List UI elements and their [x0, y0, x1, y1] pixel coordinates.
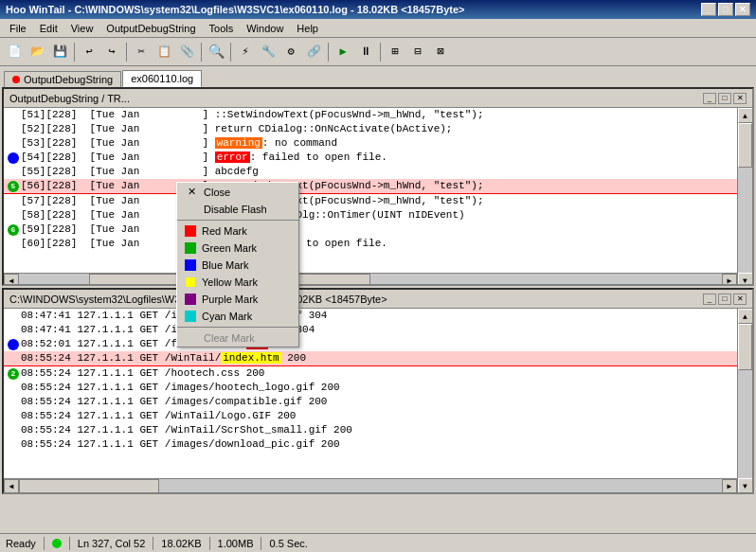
toolbar-extra-2[interactable]: ⊟	[407, 42, 428, 62]
menu-view[interactable]: View	[65, 22, 99, 35]
toolbar-sep-3	[201, 43, 202, 62]
lower-v-scrollbar[interactable]: ▲ ▼	[737, 309, 752, 493]
status-sep-1	[44, 537, 45, 550]
upper-log-content: [51][228] [Tue Jan ] ::SetWindowText(pFo…	[4, 108, 737, 286]
lower-h-scrollbar[interactable]: ◀ ▶	[4, 478, 737, 493]
upper-panel-maximize[interactable]: □	[718, 93, 731, 104]
toolbar-new[interactable]: 📄	[4, 42, 25, 62]
yellow-color-dot	[185, 276, 196, 288]
log-line: 08:55:24 127.1.1.1 GET /WinTail/ScrShot_…	[4, 423, 737, 437]
status-position: Ln 327, Col 52	[78, 538, 146, 549]
v-scroll-thumb[interactable]	[738, 123, 752, 168]
upper-h-scrollbar[interactable]: ◀ ▶	[4, 273, 737, 286]
toolbar-btn-c[interactable]: ⚙	[280, 42, 301, 62]
ctx-red-mark[interactable]: Red Mark	[177, 223, 298, 240]
cyan-color-dot	[185, 311, 196, 322]
log-line: 08:55:24 127.1.1.1 GET /images/download_…	[4, 437, 737, 452]
ctx-purple-mark[interactable]: Purple Mark	[177, 291, 298, 308]
ctx-close-label: Close	[204, 187, 230, 198]
toolbar-cut[interactable]: ✂	[131, 42, 152, 62]
ctx-blue-mark[interactable]: Blue Mark	[177, 257, 298, 274]
lower-green-mark: 2	[8, 368, 19, 380]
toolbar-extra-3[interactable]: ⊠	[430, 42, 451, 62]
ctx-yellow-mark[interactable]: Yellow Mark	[177, 274, 298, 291]
menu-edit[interactable]: Edit	[34, 22, 63, 35]
log-line: 2 08:55:24 127.1.1.1 GET /hootech.css 20…	[4, 366, 737, 381]
lower-h-scroll-right[interactable]: ▶	[722, 479, 737, 494]
blue-mark-circle	[8, 152, 19, 164]
log-text: [51][228] [Tue Jan ] ::SetWindowText(pFo…	[21, 108, 483, 122]
lower-panel-close[interactable]: ✕	[733, 294, 747, 305]
toolbar-pause[interactable]: ⏸	[355, 42, 376, 62]
v-scroll-down[interactable]: ▼	[738, 273, 753, 286]
toolbar-btn-a[interactable]: ⚡	[235, 42, 256, 62]
tab-output-debug[interactable]: OutputDebugString	[4, 71, 121, 87]
lower-panel-minimize[interactable]: _	[703, 294, 716, 305]
log-text: 08:55:24 127.1.1.1 GET /images/compatibl…	[21, 395, 327, 409]
close-button[interactable]: ✕	[735, 3, 750, 16]
lower-h-scroll-left[interactable]: ◀	[4, 479, 19, 494]
log-line: 08:55:24 127.1.1.1 GET /WinTail/index.ht…	[4, 351, 737, 366]
upper-panel-minimize[interactable]: _	[703, 93, 716, 104]
log-line: 5 [56][228] [Tue Jan ] ::SetWindowText(p…	[4, 179, 737, 194]
upper-panel-title: OutputDebugString / TR...	[9, 93, 130, 104]
ctx-green-mark[interactable]: Green Mark	[177, 240, 298, 257]
ctx-separator-2	[177, 327, 298, 328]
toolbar-search[interactable]: 🔍	[206, 42, 226, 62]
ctx-close[interactable]: ✕ Close	[177, 183, 298, 201]
log-line: 08:55:24 127.1.1.1 GET /WinTail/Logo.GIF…	[4, 409, 737, 423]
toolbar-btn-d[interactable]: 🔗	[303, 42, 324, 62]
toolbar-open[interactable]: 📂	[27, 42, 47, 62]
ctx-cyan-mark[interactable]: Cyan Mark	[177, 308, 298, 325]
maximize-button[interactable]: □	[718, 3, 733, 16]
toolbar-sep-4	[230, 43, 231, 62]
h-scroll-right[interactable]: ▶	[722, 274, 737, 287]
v-scroll-up[interactable]: ▲	[738, 108, 753, 123]
lower-v-scroll-down[interactable]: ▼	[738, 478, 753, 493]
lower-log-content: 08:47:41 127.1.1.1 GET /images/step_arro…	[4, 309, 737, 493]
menu-help[interactable]: Help	[291, 22, 324, 35]
lower-h-scroll-thumb[interactable]	[19, 479, 159, 493]
toolbar-copy[interactable]: 📋	[153, 42, 174, 62]
toolbar-btn-b[interactable]: 🔧	[258, 42, 279, 62]
menu-output-debug[interactable]: OutputDebugString	[100, 22, 201, 35]
toolbar-sep-1	[74, 43, 75, 62]
log-line: [54][228] [Tue Jan ] error: failed to op…	[4, 151, 737, 165]
menu-window[interactable]: Window	[241, 22, 289, 35]
lower-panel-title-bar: C:\WINDOWS\system32\Logfiles\W3SVC1\ex06…	[4, 290, 752, 309]
log-line: 08:52:01 127.1.1.1 GET /favicon.ico 404	[4, 337, 737, 351]
toolbar-undo[interactable]: ↩	[79, 42, 99, 62]
log-line: 08:47:41 127.1.1.1 GET /images/feature1.…	[4, 323, 737, 337]
lower-v-scroll-up[interactable]: ▲	[738, 309, 753, 324]
lower-h-scroll-track[interactable]	[19, 479, 722, 493]
toolbar-paste[interactable]: 📎	[176, 42, 197, 62]
ctx-disable-flash[interactable]: Disable Flash	[177, 201, 298, 218]
upper-v-scrollbar[interactable]: ▲ ▼	[737, 108, 752, 286]
minimize-button[interactable]: _	[701, 3, 716, 16]
tab-log-file[interactable]: ex060110.log	[122, 70, 202, 87]
toolbar-play[interactable]: ▶	[333, 42, 353, 62]
h-scroll-left[interactable]: ◀	[4, 274, 19, 287]
lower-v-scroll-track[interactable]	[738, 324, 752, 478]
upper-panel-close[interactable]: ✕	[733, 93, 747, 104]
menu-bar: File Edit View OutputDebugString Tools W…	[0, 19, 756, 38]
ctx-purple-mark-label: Purple Mark	[202, 294, 258, 305]
ctx-cyan-mark-label: Cyan Mark	[202, 311, 252, 322]
v-scroll-track[interactable]	[738, 123, 752, 273]
toolbar-redo[interactable]: ↪	[101, 42, 122, 62]
lower-panel-maximize[interactable]: □	[718, 294, 731, 305]
menu-tools[interactable]: Tools	[204, 22, 240, 35]
ctx-green-mark-label: Green Mark	[202, 242, 257, 254]
status-bar: Ready Ln 327, Col 52 18.02KB 1.00MB 0.5 …	[0, 533, 756, 552]
menu-file[interactable]: File	[4, 22, 32, 35]
h-scroll-track[interactable]	[19, 274, 722, 286]
toolbar-extra-1[interactable]: ⊞	[385, 42, 405, 62]
context-menu: ✕ Close Disable Flash Red Mark Green Mar…	[176, 182, 299, 347]
upper-log-lines: [51][228] [Tue Jan ] ::SetWindowText(pFo…	[4, 108, 737, 251]
log-line: [52][228] [Tue Jan ] return CDialog::OnN…	[4, 122, 737, 136]
lower-v-scroll-thumb[interactable]	[738, 324, 752, 370]
log-text: [53][228] [Tue Jan ] warning: no command	[21, 136, 337, 151]
toolbar-save[interactable]: 💾	[49, 42, 70, 62]
status-memory: 1.00MB	[218, 538, 254, 549]
status-sep-5	[261, 537, 261, 550]
